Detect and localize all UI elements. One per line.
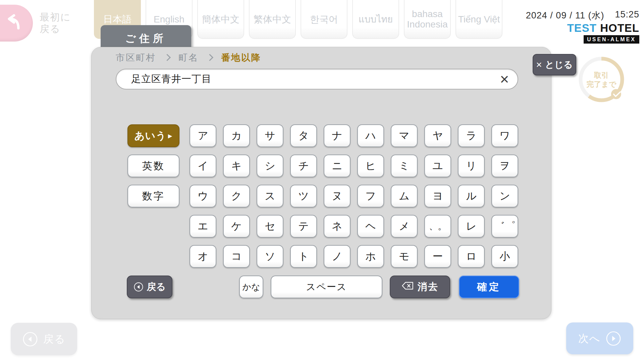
katakana-key[interactable]: ヤ [424,124,451,147]
mode-kana-label: あいう [135,129,166,143]
logo-secondary: HOTEL [600,22,639,34]
circle-left-arrow-icon [22,331,38,347]
katakana-key[interactable]: ノ [324,245,351,268]
confirm-key[interactable]: 確定 [459,276,519,298]
clear-input-button[interactable]: × [496,70,513,88]
keyboard-back-button[interactable]: 戻る [127,276,172,298]
katakana-key[interactable]: ケ [223,215,250,238]
katakana-key[interactable]: ミ [391,155,418,177]
katakana-key[interactable]: ナ [324,124,351,147]
katakana-key[interactable]: カ [223,124,250,147]
chevron-right-icon [164,54,171,61]
dakuten-key[interactable]: ゛゜ [491,215,518,238]
breadcrumb-block: 番地以降 [221,52,261,64]
katakana-key[interactable]: ヘ [357,215,384,238]
footer-next-label: 次へ [578,331,601,346]
mode-key-alphanumeric[interactable]: 英数 [127,155,179,177]
language-tab-korean[interactable]: 한국어 [301,0,347,39]
katakana-key[interactable]: ン [491,185,518,207]
katakana-key[interactable]: ル [458,185,485,207]
katakana-key[interactable]: ラ [458,124,485,147]
katakana-key[interactable]: ロ [458,245,485,268]
mode-key-numeric[interactable]: 数字 [127,185,179,207]
long-vowel-key[interactable]: ー [424,245,451,268]
kiosk-screen: 最初に 戻る 日本語 English 簡体中文 繁体中文 한국어 แบบไทย … [0,0,644,362]
katakana-key[interactable]: ス [257,185,283,207]
katakana-key[interactable]: チ [290,155,317,177]
breadcrumb: 市区町村 町名 番地以降 [116,52,261,63]
breadcrumb-town: 町名 [178,52,199,64]
language-tab-thai[interactable]: แบบไทย [352,0,399,39]
logo-subtitle: USEN-ALMEX [584,35,639,44]
katakana-key[interactable]: ト [290,245,317,268]
transaction-progress-label: 取引 完了まで [578,71,625,89]
katakana-key[interactable]: オ [190,245,216,268]
language-tab-vietnamese[interactable]: Tiếng Việt [455,0,502,39]
katakana-key[interactable]: ネ [324,215,351,238]
katakana-key[interactable]: イ [190,155,216,177]
keyboard-back-label: 戻る [147,281,166,293]
datetime: 2024 / 09 / 11 (水) 15:25 [526,9,639,21]
katakana-key[interactable]: ク [223,185,250,207]
katakana-key[interactable]: コ [223,245,250,268]
address-input-value: 足立区青井一丁目 [131,72,212,86]
katakana-key[interactable]: ソ [257,245,283,268]
date-text: 2024 / 09 / 11 (水) [526,9,604,21]
katakana-key[interactable]: ヌ [324,185,351,207]
restart-button[interactable] [0,5,33,42]
circle-left-arrow-icon [133,282,144,292]
footer-next-button[interactable]: 次へ [566,322,633,354]
kana-toggle-key[interactable]: かな [239,276,263,298]
footer-back-button[interactable]: 戻る [11,323,77,355]
chevron-right-icon [206,54,213,61]
close-button[interactable]: × とじる [533,54,576,75]
time-text: 15:25 [615,9,639,21]
close-label: とじる [545,59,573,71]
breadcrumb-city: 市区町村 [116,52,156,64]
katakana-key[interactable]: ユ [424,155,451,177]
language-tab-indonesian[interactable]: bahasa Indonesia [404,0,451,39]
restart-label: 最初に 戻る [40,11,71,35]
space-key[interactable]: スペース [271,276,382,298]
katakana-key[interactable]: サ [257,124,283,147]
katakana-key[interactable]: セ [257,215,283,238]
logo-primary: TEST [567,22,597,34]
punctuation-key[interactable]: 、。 [424,215,451,238]
katakana-key[interactable]: ウ [190,185,216,207]
katakana-key[interactable]: ニ [324,155,351,177]
katakana-key[interactable]: フ [357,185,384,207]
katakana-key[interactable]: ア [190,124,216,147]
katakana-key[interactable]: メ [391,215,418,238]
katakana-key[interactable]: タ [290,124,317,147]
katakana-key[interactable]: モ [391,245,418,268]
delete-key[interactable]: 消去 [390,276,450,298]
katakana-key[interactable]: ヒ [357,155,384,177]
language-tab-chinese-traditional[interactable]: 繁体中文 [249,0,296,39]
mode-key-kana[interactable]: あいう ▶ [127,124,179,147]
katakana-key[interactable]: エ [190,215,216,238]
circle-right-arrow-icon [606,331,621,346]
katakana-key[interactable]: シ [257,155,283,177]
footer-back-label: 戻る [43,332,66,346]
katakana-key[interactable]: ム [391,185,418,207]
katakana-key[interactable]: ハ [357,124,384,147]
hotel-logo: TEST HOTEL USEN-ALMEX [567,22,639,44]
triangle-right-icon: ▶ [168,133,172,139]
return-arrow-icon [5,13,24,34]
katakana-key[interactable]: キ [223,155,250,177]
address-input[interactable]: 足立区青井一丁目 [116,69,518,89]
katakana-key[interactable]: ヨ [424,185,451,207]
language-tab-chinese-simplified[interactable]: 簡体中文 [197,0,244,39]
katakana-key[interactable]: テ [290,215,317,238]
katakana-key[interactable]: マ [391,124,418,147]
katakana-key[interactable]: ホ [357,245,384,268]
katakana-key[interactable]: レ [458,215,485,238]
katakana-key[interactable]: リ [458,155,485,177]
katakana-key[interactable]: ワ [491,124,518,147]
katakana-key[interactable]: ツ [290,185,317,207]
checkmark-badge [611,89,621,99]
small-kana-key[interactable]: 小 [491,245,518,268]
backspace-icon [401,281,414,293]
close-icon: × [536,60,542,70]
katakana-key[interactable]: ヲ [491,155,518,177]
